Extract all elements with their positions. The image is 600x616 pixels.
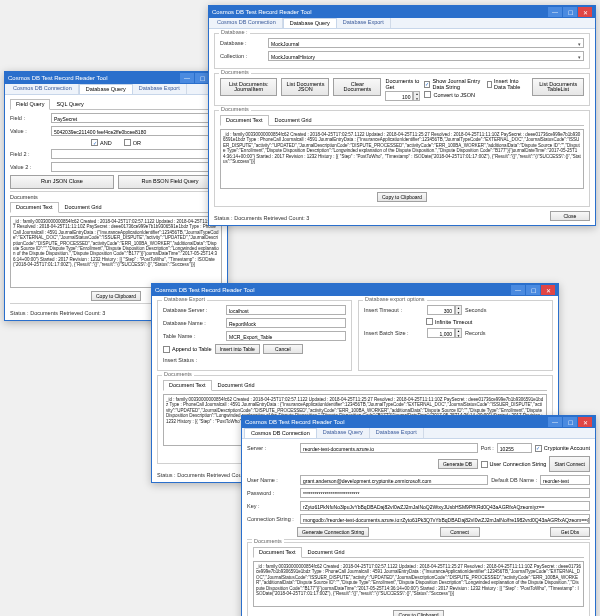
value-label: Value : [10,128,48,134]
server-input[interactable]: reorder-test-documents.azure.io [300,443,478,453]
doctab-grid[interactable]: Document Grid [302,547,351,557]
doctab-grid[interactable]: Document Grid [269,115,318,125]
list-journal-button[interactable]: List Documents: JournalItem [220,78,277,96]
field-input[interactable]: PaySecret [51,113,222,123]
maximize-button[interactable]: ☐ [526,285,540,295]
collection-select[interactable]: MockJournalHistory [268,51,584,61]
dbserver-input[interactable]: localhost [226,305,346,315]
append-checkbox[interactable] [163,346,170,353]
subtab-field-query[interactable]: Field Query [10,99,50,110]
value2-input[interactable] [51,162,222,172]
run-json-button[interactable]: Run JSON Close [10,175,114,189]
userconn-checkbox[interactable] [481,461,488,468]
crypt-checkbox[interactable] [535,445,542,452]
tab-query[interactable]: Database Query [283,18,337,28]
insert-button[interactable]: Insert into Table [215,344,260,354]
tab-export[interactable]: Database Export [133,84,187,94]
doctab-text[interactable]: Document Text [163,380,212,391]
maximize-button[interactable]: ☐ [563,7,577,17]
window-title: Cosmos DB Test Record Reader Tool [8,75,180,81]
document-text-area[interactable]: _id : family.00330000000854fc62 Created … [220,129,584,189]
connect-button[interactable]: Connect [440,527,480,537]
timeout-input[interactable]: 300 [427,305,455,315]
and-checkbox[interactable] [91,139,98,146]
window-title: Cosmos DB Test Record Reader Tool [155,287,511,293]
document-text-area[interactable]: _id : family.00330000000854fc62 Created … [253,561,584,607]
start-connect-button[interactable]: Start Connect [549,456,590,472]
doctab-grid[interactable]: Document Grid [212,380,261,390]
database-select[interactable]: MockJournal [268,38,584,48]
subtab-sql-query[interactable]: SQL Query [50,99,89,109]
docs-to-get-input[interactable]: 100 [385,91,413,101]
getdbs-button[interactable]: Get Dbs [550,527,590,537]
run-bson-button[interactable]: Run BSON Field Query [118,175,222,189]
tab-query[interactable]: Database Query [317,428,370,438]
minimize-button[interactable]: — [180,73,194,83]
value-input[interactable]: 5042039ec211400 feef4ce2ffe0bcee8180 [51,126,222,136]
window-title: Cosmos DB Test Record Reader Tool [212,9,548,15]
maximize-button[interactable]: ☐ [563,417,577,427]
batchsize-input[interactable]: 1,000 [427,328,455,338]
field2-input[interactable] [51,149,222,159]
field2-label: Field 2 : [10,151,48,157]
dbname-input[interactable]: ReportMock [226,318,346,328]
copy-clipboard-button[interactable]: Copy to Clipboard [91,291,141,301]
doctab-grid[interactable]: Document Grid [59,202,108,212]
generate-db-button[interactable]: Generate DB [438,459,478,469]
defaultdb-input[interactable]: reorder-test [540,475,590,485]
username-input[interactable]: grant.anderson@development.cryptonite.on… [300,475,488,485]
list-table-button[interactable]: List Documents TableList [532,78,584,96]
port-input[interactable]: 10255 [497,443,532,453]
tab-connection[interactable]: Cosmos DB Connection [7,84,79,94]
insert-table-checkbox[interactable] [487,81,492,88]
minimize-button[interactable]: — [548,417,562,427]
tab-connection[interactable]: Cosmos DB Connection [244,428,317,438]
doctab-text[interactable]: Document Text [253,547,302,558]
or-checkbox[interactable] [124,139,131,146]
gen-connstring-button[interactable]: Generate Connection String [297,527,369,537]
close-window-button[interactable]: ✕ [578,7,592,17]
tab-export[interactable]: Database Export [337,18,391,28]
minimize-button[interactable]: — [548,7,562,17]
doctab-text[interactable]: Document Text [220,115,269,126]
spin-arrows[interactable]: ▲▼ [413,91,420,101]
clear-docs-button[interactable]: Clear Documents [333,78,381,96]
close-window-button[interactable]: ✕ [578,417,592,427]
doctab-text[interactable]: Document Text [10,202,59,213]
tab-export[interactable]: Database Export [370,428,424,438]
show-entry-checkbox[interactable] [424,81,430,88]
list-json-button[interactable]: List Documents JSON [281,78,329,96]
value2-label: Value 2 : [10,164,48,170]
close-button[interactable]: Close [550,211,590,221]
field-label: Field : [10,115,48,121]
copy-clipboard-button[interactable]: Copy to Clipboard [377,192,427,202]
tablename-input[interactable]: MCR_Export_Table [226,331,346,341]
close-window-button[interactable]: ✕ [541,285,555,295]
window-title: Cosmos DB Test Record Reader Tool [245,419,548,425]
convert-json-checkbox[interactable] [424,91,431,98]
tab-connection[interactable]: Cosmos DB Connection [211,18,283,28]
inf-timeout-checkbox[interactable] [426,318,433,325]
connstring-input[interactable]: mongodb://reorder-test-documents.azure.i… [300,514,590,524]
minimize-button[interactable]: — [511,285,525,295]
maximize-button[interactable]: ☐ [195,73,209,83]
password-input[interactable]: ***************************** [300,488,590,498]
key-input[interactable]: rZyto61PkNfuNo3lpuJvYbBqDBADaj82vI0wZJ2m… [300,501,590,511]
cancel-button[interactable]: Cancel [263,344,303,354]
copy-clipboard-button[interactable]: Copy to Clipboard [393,610,443,616]
tab-query[interactable]: Database Query [79,84,133,94]
document-text-area[interactable]: _id : family.00330000000854fc62 Created … [10,216,222,288]
